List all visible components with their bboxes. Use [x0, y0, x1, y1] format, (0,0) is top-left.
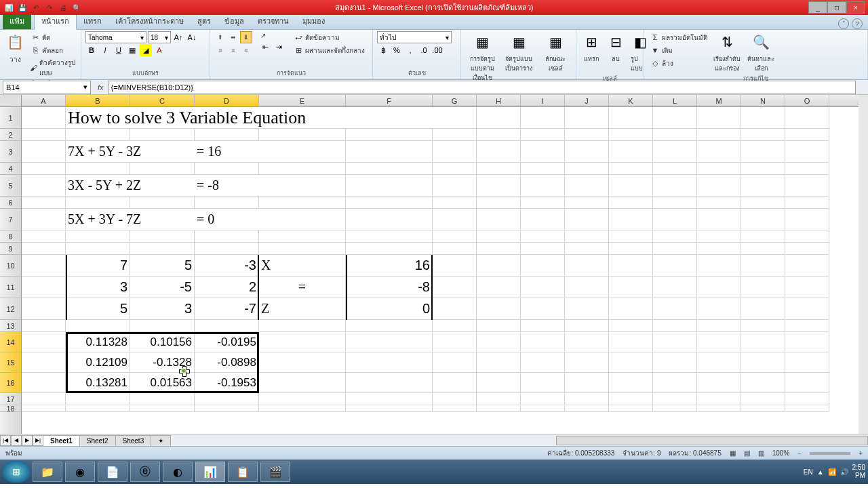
row-header-9[interactable]: 9 [0, 243, 21, 255]
cell-O18[interactable] [785, 405, 829, 412]
cell-D9[interactable] [195, 243, 259, 255]
delete-cells-icon[interactable]: ⊟ [605, 31, 627, 53]
cell-A1[interactable] [22, 107, 66, 129]
cell-K18[interactable] [609, 405, 653, 412]
col-header-N[interactable]: N [741, 95, 785, 106]
cell-H17[interactable] [477, 393, 521, 405]
cell-C17[interactable] [130, 393, 195, 405]
row-header-17[interactable]: 17 [0, 393, 21, 405]
tray-lang[interactable]: EN [804, 468, 813, 476]
table-format-button[interactable]: จัดรูปแบบเป็นตาราง [502, 54, 536, 74]
row-header-15[interactable]: 15 [0, 352, 21, 373]
cell-F9[interactable] [346, 243, 433, 255]
cell-H1[interactable] [477, 107, 521, 129]
cell-L5[interactable] [653, 175, 697, 197]
cell-K6[interactable] [609, 197, 653, 209]
cell-L18[interactable] [653, 405, 697, 412]
cell-G3[interactable] [433, 141, 477, 163]
tray-clock[interactable]: 2:50 PM [852, 464, 865, 480]
tab-review[interactable]: ตรวจทาน [251, 13, 296, 29]
row-header-10[interactable]: 10 [0, 255, 21, 277]
cell-content[interactable]: How to solve 3 Variable Equation [66, 107, 477, 129]
help-icon[interactable]: ? [852, 18, 863, 29]
cell-H13[interactable] [477, 320, 521, 332]
cell-A10[interactable] [22, 255, 66, 277]
align-left-button[interactable]: ≡ [214, 44, 226, 56]
cell-M1[interactable] [697, 107, 741, 129]
cell-L12[interactable] [653, 298, 697, 320]
cell-K7[interactable] [609, 209, 653, 230]
font-size-select[interactable]: 18▾ [148, 31, 171, 43]
cell-N8[interactable] [741, 230, 785, 243]
cell-J4[interactable] [565, 163, 609, 175]
col-header-D[interactable]: D [195, 95, 259, 106]
sheet-tab-3[interactable]: Sheet3 [115, 435, 152, 446]
notepad-icon[interactable]: 📄 [98, 462, 127, 482]
cell-O16[interactable] [785, 373, 829, 393]
cell-H2[interactable] [477, 129, 521, 141]
paste-icon[interactable]: 📋 [4, 31, 26, 53]
align-middle-button[interactable]: ⬌ [227, 31, 239, 43]
cell-M18[interactable] [697, 405, 741, 412]
cell-D4[interactable] [195, 163, 259, 175]
cond-format-button[interactable]: การจัดรูปแบบตามเงื่อนไข [465, 54, 499, 83]
cell-C8[interactable] [130, 230, 195, 243]
cell-L2[interactable] [653, 129, 697, 141]
cell-J13[interactable] [565, 320, 609, 332]
cell-E9[interactable] [259, 243, 346, 255]
cell-E8[interactable] [259, 230, 346, 243]
grow-font-button[interactable]: A↑ [172, 31, 184, 43]
cell-I18[interactable] [521, 405, 565, 412]
cell-L6[interactable] [653, 197, 697, 209]
cell-B18[interactable] [66, 405, 130, 412]
cell-M4[interactable] [697, 163, 741, 175]
cell-O6[interactable] [785, 197, 829, 209]
cell-content[interactable]: 0.13281 [66, 373, 130, 393]
prev-sheet-button[interactable]: ◀ [11, 435, 22, 446]
row-header-11[interactable]: 11 [0, 277, 21, 298]
align-top-button[interactable]: ⬆ [214, 31, 226, 43]
cell-L10[interactable] [653, 255, 697, 277]
cell-H6[interactable] [477, 197, 521, 209]
row-header-14[interactable]: 14 [0, 332, 21, 352]
cell-D8[interactable] [195, 230, 259, 243]
cell-M2[interactable] [697, 129, 741, 141]
decrease-indent-button[interactable]: ⇤ [259, 41, 271, 53]
shrink-font-button[interactable]: A↓ [186, 31, 198, 43]
first-sheet-button[interactable]: |◀ [0, 435, 11, 446]
cell-K14[interactable] [609, 332, 653, 352]
cell-K17[interactable] [609, 393, 653, 405]
last-sheet-button[interactable]: ▶| [33, 435, 43, 446]
cell-M11[interactable] [697, 277, 741, 298]
cell-G8[interactable] [433, 230, 477, 243]
cell-A5[interactable] [22, 175, 66, 197]
tab-insert[interactable]: แทรก [77, 13, 108, 29]
cell-M15[interactable] [697, 352, 741, 373]
cell-L8[interactable] [653, 230, 697, 243]
cell-H3[interactable] [477, 141, 521, 163]
cell-F8[interactable] [346, 230, 433, 243]
cell-J2[interactable] [565, 129, 609, 141]
cell-J18[interactable] [565, 405, 609, 412]
col-header-C[interactable]: C [130, 95, 195, 106]
align-right-button[interactable]: ≡ [240, 44, 252, 56]
start-button[interactable]: ⊞ [3, 461, 30, 483]
view-normal-icon[interactable]: ▦ [730, 449, 736, 457]
cell-H11[interactable] [477, 277, 521, 298]
insert-cells-button[interactable]: แทรก [583, 54, 600, 64]
cell-L14[interactable] [653, 332, 697, 352]
cell-I1[interactable] [521, 107, 565, 129]
cell-I9[interactable] [521, 243, 565, 255]
cell-J10[interactable] [565, 255, 609, 277]
increase-decimal-button[interactable]: .0 [418, 44, 430, 56]
cell-N9[interactable] [741, 243, 785, 255]
cell-A12[interactable] [22, 298, 66, 320]
cell-J16[interactable] [565, 373, 609, 393]
cell-O10[interactable] [785, 255, 829, 277]
border-button[interactable]: ▦ [126, 44, 138, 56]
cell-F4[interactable] [346, 163, 433, 175]
cell-L15[interactable] [653, 352, 697, 373]
print-icon[interactable]: 🖨 [57, 1, 69, 14]
cell-H9[interactable] [477, 243, 521, 255]
vertical-scrollbar[interactable] [859, 95, 868, 434]
